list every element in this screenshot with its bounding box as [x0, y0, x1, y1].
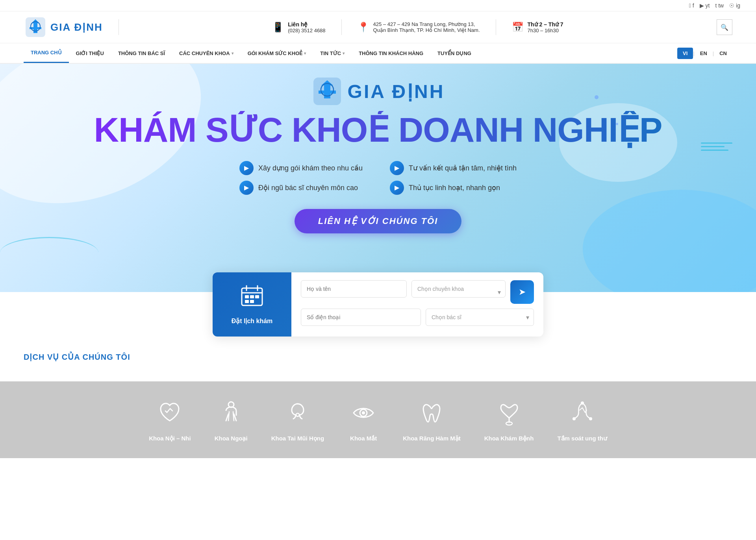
name-input[interactable]: [301, 280, 407, 298]
divider-1: [119, 19, 119, 35]
wave-left: [0, 237, 98, 268]
contact-info: 📱 Liên hệ (028) 3512 4688: [272, 21, 325, 33]
nav-item-khachhang[interactable]: THÔNG TIN KHÁCH HÀNG: [352, 44, 430, 63]
service-label-rang-ham-mat: Khoa Răng Hàm Mặt: [403, 434, 461, 442]
service-icon-kham-benh: [493, 397, 525, 429]
service-item-mat[interactable]: Khoa Mắt: [348, 397, 379, 442]
svg-rect-9: [250, 295, 254, 298]
feature-icon-2: ▶: [390, 161, 404, 175]
service-icon-mat: [348, 397, 379, 429]
specialty-select-wrapper: Chọn chuyên khoa: [411, 280, 506, 304]
service-icon-noi-nhi: [154, 397, 185, 429]
logo-icon: [24, 15, 47, 39]
hours-info: 📅 Thứ 2 – Thứ 7 7h30 – 16h30: [512, 21, 563, 33]
service-item-ngoai[interactable]: Khoa Ngoại: [215, 397, 248, 442]
service-icon-ngoai: [215, 397, 247, 429]
hero-features: ▶ Xây dựng gói khám theo nhu cầu ▶ Tư vấ…: [239, 161, 517, 195]
instagram-icon[interactable]: ☉ ig: [729, 2, 740, 9]
service-item-kham-benh[interactable]: Khoa Khám Bệnh: [484, 397, 534, 442]
booking-submit-button[interactable]: ➤: [510, 280, 534, 304]
nav-item-thongtinbacsi[interactable]: THÔNG TIN BÁC SĨ: [111, 44, 172, 63]
svg-rect-10: [255, 295, 259, 298]
svg-point-20: [573, 417, 576, 420]
dot-decoration-1: [595, 95, 598, 99]
header: GIA ĐỊNH 📱 Liên hệ (028) 3512 4688 📍 425…: [0, 11, 756, 43]
lang-vi-button[interactable]: VI: [677, 48, 693, 59]
nav-item-gioithieu[interactable]: GIỚI THIỆU: [69, 44, 111, 63]
calendar-booking-icon: [240, 284, 264, 313]
specialty-select[interactable]: Chọn chuyên khoa: [411, 280, 506, 298]
service-label-kham-benh: Khoa Khám Bệnh: [484, 434, 534, 442]
services-section: DỊCH VỤ CỦA CHÚNG TÔI: [0, 337, 756, 381]
chevron-down-icon-2: ▾: [304, 51, 306, 55]
nav-item-tuyendung[interactable]: TUYỂN DỤNG: [430, 44, 478, 63]
service-label-noi-nhi: Khoa Nội – Nhi: [149, 434, 191, 442]
logo-area[interactable]: GIA ĐỊNH: [24, 15, 103, 39]
svg-rect-12: [250, 300, 254, 303]
address-line1: 425 – 427 – 429 Na Trang Long, Phường 13…: [373, 21, 480, 27]
booking-label: Đặt lịch khám: [232, 317, 273, 325]
services-title: DỊCH VỤ CỦA CHÚNG TÔI: [24, 352, 732, 362]
lang-en-button[interactable]: EN: [695, 48, 713, 59]
booking-card: Đặt lịch khám Chọn chuyên khoa ➤ Chọn bá…: [213, 272, 543, 337]
nav-item-chuyenkhoa[interactable]: CÁC CHUYÊN KHOA ▾: [172, 44, 241, 63]
svg-point-14: [296, 413, 299, 416]
service-item-rang-ham-mat[interactable]: Khoa Răng Hàm Mặt: [403, 397, 461, 442]
cta-button[interactable]: LIÊN HỆ VỚI CHÚNG TÔI: [295, 209, 462, 233]
feature-icon-1: ▶: [239, 161, 254, 175]
contact-label: Liên hệ: [288, 21, 325, 28]
service-icon-tai-mui-hong: [282, 397, 313, 429]
feature-2: ▶ Tư vấn kết quả tận tâm, nhiệt tình: [390, 161, 517, 175]
service-label-mat: Khoa Mắt: [350, 434, 377, 442]
address-info: 📍 425 – 427 – 429 Na Trang Long, Phường …: [358, 21, 480, 33]
calendar-icon: 📅: [512, 22, 524, 33]
doctor-select[interactable]: Chọn bác sĩ: [426, 309, 534, 326]
chevron-down-icon: ▾: [232, 51, 233, 55]
main-nav: TRANG CHỦ GIỚI THIỆU THÔNG TIN BÁC SĨ CÁ…: [0, 43, 756, 64]
feature-4: ▶ Thủ tục linh hoạt, nhanh gọn: [390, 181, 517, 195]
hero-title: KHÁM SỨC KHOẺ DOANH NGHIỆP: [94, 111, 662, 149]
address-line2: Quận Bình Thạnh, TP. Hồ Chí Minh, Việt N…: [373, 27, 480, 33]
booking-form: Chọn chuyên khoa ➤ Chọn bác sĩ: [291, 272, 543, 337]
svg-point-18: [506, 422, 512, 425]
feature-text-1: Xây dựng gói khám theo nhu cầu: [258, 164, 363, 172]
divider-3: [496, 19, 496, 35]
phone-input[interactable]: [301, 309, 421, 326]
top-bar:  f ▶ yt t tw ☉ ig: [0, 0, 756, 11]
feature-text-2: Tư vấn kết quả tận tâm, nhiệt tình: [409, 164, 517, 172]
booking-row-2: Chọn bác sĩ: [301, 309, 534, 326]
services-grid: Khoa Nội – Nhi Khoa Ngoại Khoa Tai Mũi H…: [0, 381, 756, 458]
hours-time: 7h30 – 16h30: [528, 28, 563, 33]
svg-point-16: [362, 411, 365, 414]
service-label-tam-soat: Tầm soát ung thư: [557, 434, 607, 442]
nav-item-trangchu[interactable]: TRANG CHỦ: [24, 43, 69, 63]
service-item-tam-soat[interactable]: Tầm soát ung thư: [557, 397, 607, 442]
feature-text-4: Thủ tục linh hoạt, nhanh gọn: [409, 183, 500, 192]
service-label-ngoai: Khoa Ngoại: [215, 434, 248, 442]
nav-item-goikham[interactable]: GÓI KHÁM SỨC KHOẺ ▾: [241, 44, 313, 63]
header-info: 📱 Liên hệ (028) 3512 4688 📍 425 – 427 – …: [135, 19, 701, 35]
chevron-down-icon-3: ▾: [343, 51, 345, 55]
feature-text-3: Đội ngũ bác sĩ chuyên môn cao: [258, 183, 358, 192]
svg-point-21: [589, 417, 592, 420]
search-button[interactable]: 🔍: [717, 19, 732, 35]
service-icon-rang-ham-mat: [416, 397, 447, 429]
service-label-tai-mui-hong: Khoa Tai Mũi Họng: [271, 434, 324, 442]
hero-logo-icon: [311, 76, 343, 107]
service-item-tai-mui-hong[interactable]: Khoa Tai Mũi Họng: [271, 397, 324, 442]
service-item-noi-nhi[interactable]: Khoa Nội – Nhi: [149, 397, 191, 442]
youtube-icon[interactable]: ▶ yt: [700, 2, 710, 9]
phone-icon: 📱: [272, 22, 284, 33]
lines-right: [701, 142, 732, 151]
service-icon-tam-soat: [567, 397, 598, 429]
lang-switcher: VI | EN | CN: [677, 48, 732, 59]
feature-icon-3: ▶: [239, 181, 254, 195]
lang-cn-button[interactable]: CN: [714, 48, 732, 59]
booking-left-panel: Đặt lịch khám: [213, 272, 291, 337]
nav-item-tintuc[interactable]: TIN TỨC ▾: [313, 44, 352, 63]
twitter-icon[interactable]: t tw: [715, 2, 724, 9]
svg-point-19: [581, 401, 584, 405]
feature-icon-4: ▶: [390, 181, 404, 195]
contact-phone: (028) 3512 4688: [288, 28, 325, 33]
facebook-icon[interactable]:  f: [689, 2, 694, 9]
